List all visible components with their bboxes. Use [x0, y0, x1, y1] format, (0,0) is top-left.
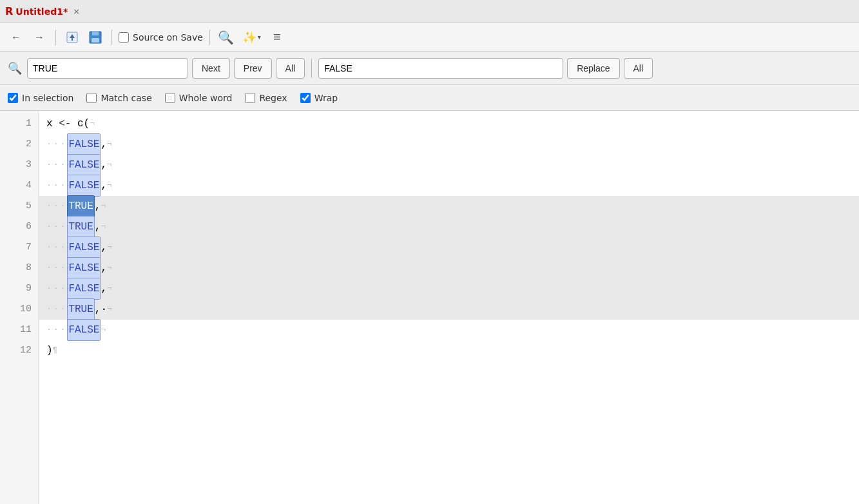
table-row[interactable]: ···TRUE,¬ — [39, 196, 859, 217]
magic-wand-icon: ✨ — [242, 30, 256, 44]
find-all-button[interactable]: All — [276, 58, 305, 79]
in-selection-option[interactable]: In selection — [8, 93, 73, 103]
table-row[interactable]: ···FALSE¬ — [39, 320, 859, 340]
table-row[interactable]: ···FALSE,¬ — [39, 258, 859, 278]
line-number: 5 — [0, 196, 38, 217]
table-row[interactable]: ···FALSE,¬ — [39, 155, 859, 175]
table-row[interactable]: x <- c(¬ — [39, 113, 859, 134]
wrap-checkbox[interactable] — [300, 93, 311, 103]
line-number: 9 — [0, 278, 38, 299]
table-row[interactable]: ···FALSE,¬ — [39, 237, 859, 258]
toolbar: ← → Source on Save 🔍 ✨ ▾ ≡ — [0, 23, 859, 52]
table-row[interactable]: ···FALSE,¬ — [39, 134, 859, 155]
back-button[interactable]: ← — [6, 28, 26, 46]
source-on-save-toggle[interactable]: Source on Save — [119, 32, 203, 43]
svg-rect-4 — [92, 38, 99, 43]
source-on-save-label: Source on Save — [133, 32, 203, 43]
tab-bar: R Untitled1* × — [0, 0, 859, 23]
save-button[interactable] — [86, 28, 105, 46]
in-selection-label: In selection — [22, 93, 73, 103]
table-row[interactable]: ···FALSE,¬ — [39, 175, 859, 196]
line-number: 3 — [0, 155, 38, 175]
wrap-option[interactable]: Wrap — [300, 93, 338, 103]
line-number: 1 — [0, 113, 38, 134]
r-logo-icon: R — [5, 5, 13, 17]
options-bar: In selection Match case Whole word Regex… — [0, 85, 859, 111]
whole-word-label: Whole word — [179, 93, 233, 103]
forward-button[interactable]: → — [30, 28, 49, 46]
toolbar-separator-1 — [55, 30, 56, 45]
find-input[interactable] — [27, 58, 188, 79]
match-case-label: Match case — [101, 93, 151, 103]
next-button[interactable]: Next — [192, 58, 230, 79]
match-case-option[interactable]: Match case — [86, 93, 151, 103]
magic-wand-button[interactable]: ✨ ▾ — [240, 29, 264, 45]
find-search-icon: 🔍 — [8, 61, 22, 75]
toolbar-separator-2 — [111, 30, 112, 45]
tab-close-icon[interactable]: × — [73, 6, 80, 16]
tab-title[interactable]: Untitled1* — [15, 6, 68, 17]
regex-checkbox[interactable] — [245, 93, 255, 103]
line-numbers: 123456789101112 — [0, 111, 39, 504]
search-button[interactable]: 🔍 — [217, 28, 236, 46]
code-content[interactable]: x <- c(¬···FALSE,¬···FALSE,¬···FALSE,¬··… — [39, 111, 859, 504]
table-row[interactable]: ···TRUE,·¬ — [39, 299, 859, 320]
find-separator — [311, 59, 312, 78]
line-number: 7 — [0, 237, 38, 258]
table-row[interactable]: )¶ — [39, 340, 859, 361]
replace-input[interactable] — [318, 58, 563, 79]
replace-button[interactable]: Replace — [567, 58, 619, 79]
notebook-button[interactable]: ≡ — [267, 28, 287, 46]
table-row[interactable]: ···TRUE,¬ — [39, 217, 859, 237]
regex-label: Regex — [259, 93, 287, 103]
in-selection-checkbox[interactable] — [8, 93, 18, 103]
table-row[interactable]: ···FALSE,¬ — [39, 278, 859, 299]
line-number: 11 — [0, 320, 38, 340]
line-number: 12 — [0, 340, 38, 361]
line-number: 10 — [0, 299, 38, 320]
wrap-label: Wrap — [314, 93, 338, 103]
upload-button[interactable] — [63, 28, 82, 46]
find-replace-bar: 🔍 Next Prev All Replace All — [0, 52, 859, 85]
replace-all-button[interactable]: All — [624, 58, 653, 79]
editor-area: 123456789101112 x <- c(¬···FALSE,¬···FAL… — [0, 111, 859, 504]
dropdown-arrow-icon[interactable]: ▾ — [258, 34, 261, 41]
line-number: 2 — [0, 134, 38, 155]
source-on-save-checkbox[interactable] — [119, 32, 129, 43]
svg-rect-3 — [92, 32, 99, 35]
prev-button[interactable]: Prev — [234, 58, 272, 79]
whole-word-checkbox[interactable] — [165, 93, 175, 103]
line-number: 8 — [0, 258, 38, 278]
regex-option[interactable]: Regex — [245, 93, 287, 103]
line-number: 4 — [0, 175, 38, 196]
toolbar-separator-3 — [209, 30, 210, 45]
match-case-checkbox[interactable] — [86, 93, 97, 103]
line-number: 6 — [0, 217, 38, 237]
whole-word-option[interactable]: Whole word — [165, 93, 233, 103]
